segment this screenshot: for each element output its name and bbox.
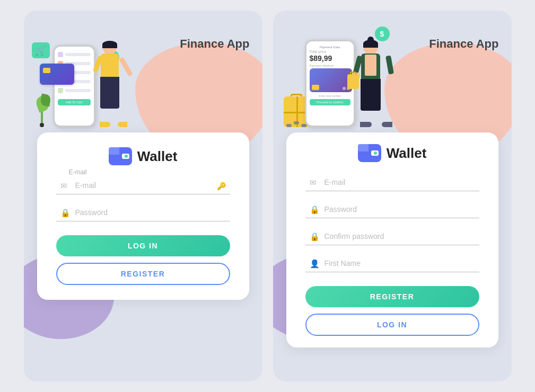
phone-group-right: Payment Data Total price $89,99 Payment …	[284, 21, 390, 127]
email-input-group-right: ✉	[305, 174, 479, 191]
password-icon: 🔒	[60, 208, 71, 218]
register-form-card: Wallet ✉ 🔒 🔒 👤 REGISTER LOG IN	[286, 132, 498, 348]
left-illustration: Add To Cart 🛒 $	[24, 11, 262, 127]
phone-mockup-left: Add To Cart	[53, 45, 95, 127]
right-panel: Payment Data Total price $89,99 Payment …	[273, 11, 512, 381]
plant-decoration	[34, 79, 56, 127]
key-icon: 🔑	[217, 182, 226, 190]
login-form-card: Wallet E-mail ✉ 🔑 🔒 LOG IN REGISTER	[37, 132, 249, 300]
brand-name-right: Wallet	[387, 145, 427, 162]
register-button-right[interactable]: REGISTER	[305, 286, 479, 307]
password-input[interactable]	[56, 204, 230, 221]
wallet-icon-right	[358, 144, 381, 162]
person-icon: 👤	[310, 259, 320, 269]
confirm-password-icon: 🔒	[310, 232, 320, 242]
wallet-icon-left	[109, 147, 132, 165]
finance-label-left: Finance App	[180, 37, 249, 51]
register-button[interactable]: REGISTER	[56, 263, 230, 285]
finance-label-right: Finance App	[429, 37, 498, 51]
confirm-password-input-group: 🔒	[305, 228, 479, 245]
password-icon-right: 🔒	[310, 205, 320, 215]
email-input[interactable]	[56, 177, 230, 194]
confirm-password-input[interactable]	[305, 228, 479, 245]
left-panel: Add To Cart 🛒 $	[24, 11, 262, 381]
password-input-group-right: 🔒	[305, 201, 479, 218]
password-input-group: 🔒	[56, 204, 230, 221]
email-icon: ✉	[60, 181, 67, 191]
right-illustration: Payment Data Total price $89,99 Payment …	[273, 11, 512, 127]
first-name-input[interactable]	[305, 255, 479, 272]
email-input-right[interactable]	[305, 174, 479, 191]
login-button-right[interactable]: LOG IN	[305, 314, 479, 336]
dollar-badge-right: $	[375, 26, 390, 41]
character-left	[90, 40, 130, 127]
brand-row-right: Wallet	[305, 144, 479, 162]
proceed-btn: Proceed to confirm	[310, 99, 350, 105]
price-display: $89,99	[310, 54, 350, 63]
first-name-input-group: 👤	[305, 255, 479, 272]
payment-method-label: Payment Method	[310, 64, 350, 67]
total-label: Total price	[310, 50, 350, 54]
brand-row-left: Wallet	[56, 147, 230, 165]
email-label: E-mail	[69, 168, 87, 176]
character-right: $	[347, 34, 395, 127]
brand-name-left: Wallet	[137, 148, 178, 165]
payment-header: Payment Data	[310, 46, 350, 49]
credit-card-left	[40, 64, 74, 85]
password-input-right[interactable]	[305, 201, 479, 218]
card-visual-right	[310, 68, 352, 92]
shopping-cart-icon: 🛒	[32, 42, 50, 58]
login-button[interactable]: LOG IN	[56, 235, 230, 256]
add-to-cart-btn: Add To Cart	[58, 99, 91, 105]
phone-group-left: Add To Cart 🛒 $	[34, 21, 119, 127]
email-icon-right: ✉	[310, 178, 317, 188]
email-input-group: E-mail ✉ 🔑	[56, 177, 230, 194]
